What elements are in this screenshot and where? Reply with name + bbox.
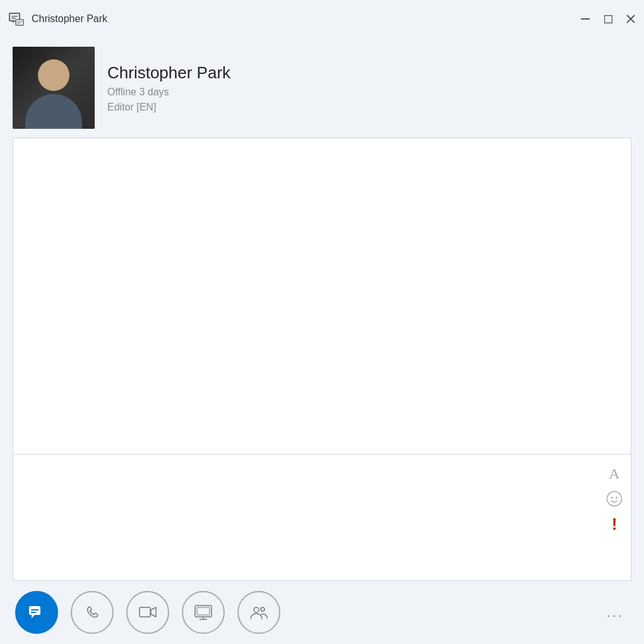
svg-rect-9 (581, 18, 590, 20)
contact-status: Offline 3 days (107, 86, 230, 98)
contact-header: Christopher Park Offline 3 days Editor [… (0, 38, 644, 138)
contact-info: Christopher Park Offline 3 days Editor [… (107, 63, 230, 113)
svg-rect-7 (17, 21, 22, 22)
svg-rect-18 (31, 609, 39, 611)
contact-role: Editor [EN] (107, 102, 230, 113)
more-button[interactable]: ... (602, 599, 629, 626)
maximize-button[interactable] (602, 13, 614, 25)
input-toolbar: A ! (605, 465, 623, 533)
window-controls (580, 13, 636, 25)
message-input-area[interactable]: A ! (13, 455, 631, 581)
svg-point-26 (254, 607, 259, 612)
call-button[interactable] (71, 591, 114, 634)
font-button[interactable]: A (605, 465, 623, 482)
svg-rect-4 (13, 20, 14, 23)
minimize-button[interactable] (580, 13, 591, 25)
svg-rect-10 (604, 15, 612, 23)
contact-name: Christopher Park (107, 63, 230, 83)
group-button[interactable] (237, 591, 280, 634)
svg-point-27 (261, 607, 265, 611)
svg-rect-2 (11, 16, 18, 17)
svg-rect-8 (17, 23, 20, 24)
avatar (13, 47, 95, 129)
main-window: Christopher Park C (0, 0, 644, 644)
app-icon (8, 10, 25, 28)
bottom-toolbar: ... (0, 581, 644, 644)
svg-rect-20 (140, 607, 150, 617)
svg-marker-21 (151, 607, 156, 617)
screen-share-button[interactable] (182, 591, 225, 634)
svg-point-14 (611, 497, 613, 499)
svg-rect-6 (16, 20, 23, 25)
close-button[interactable] (625, 13, 636, 25)
svg-point-13 (607, 492, 622, 506)
video-button[interactable] (126, 591, 169, 634)
svg-rect-23 (197, 607, 210, 615)
svg-point-15 (616, 497, 617, 499)
svg-marker-17 (32, 615, 35, 618)
window-title: Christopher Park (32, 13, 580, 25)
svg-rect-3 (11, 18, 16, 19)
svg-rect-19 (31, 612, 36, 613)
chat-button[interactable] (15, 591, 58, 634)
priority-button[interactable]: ! (605, 515, 623, 533)
emoji-button[interactable] (605, 490, 623, 508)
title-bar: Christopher Park (0, 0, 644, 38)
chat-message-area[interactable] (13, 138, 631, 455)
